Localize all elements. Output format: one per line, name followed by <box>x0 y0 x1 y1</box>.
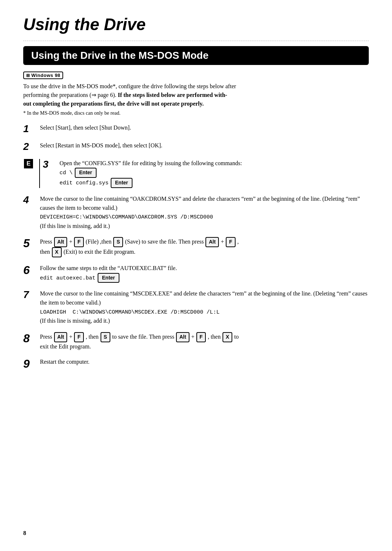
step-1-content: Select [Start], then select [Shut Down]. <box>40 123 369 132</box>
enter-btn-1: Enter <box>75 168 97 178</box>
s-key-1: S <box>113 237 123 247</box>
alt-key-4: Alt <box>176 332 189 342</box>
step-8-content: Press Alt + F , then S to save the file.… <box>40 332 369 351</box>
intro-footnote: * In the MS-DOS mode, discs can only be … <box>23 110 369 116</box>
step-3-text: Open the “CONFIG.SYS” file for editing b… <box>60 160 242 166</box>
page-title: Using the Drive <box>23 15 369 34</box>
intro-paragraph: To use the drive in the MS-DOS mode*, co… <box>23 82 369 108</box>
step-4-number: 4 <box>23 195 37 206</box>
step-4-text: Move the cursor to the line containing “… <box>40 196 360 211</box>
alt-key-3: Alt <box>54 332 68 342</box>
windows-badge: Windows 98 <box>23 72 63 79</box>
intro-bold1: If the steps listed below are performed … <box>23 92 227 107</box>
step-9: 9 Restart the computer. <box>23 358 369 370</box>
step-6-content: Follow the same steps to edit the “AUTOE… <box>40 264 369 283</box>
step-9-content: Restart the computer. <box>40 358 369 367</box>
step-1-text: Select [Start], then select [Shut Down]. <box>40 125 131 131</box>
step-3: E 3 Open the “CONFIG.SYS” file for editi… <box>39 159 369 188</box>
step-3-number: 3 <box>43 159 57 170</box>
step-1-number: 1 <box>23 123 37 135</box>
step-5-content: Press Alt + F (File) ,then S (Save) to s… <box>40 237 369 257</box>
step-4-content: Move the cursor to the line containing “… <box>40 195 369 231</box>
e-marker: E <box>24 159 33 168</box>
f-key-1: F <box>74 237 84 247</box>
intro-line2: performing the preparations (⇒ page 6). … <box>23 92 227 107</box>
step-2: 2 Select [Restart in MS-DOS mode], then … <box>23 141 369 152</box>
alt-key-2: Alt <box>205 237 219 247</box>
step-6-number: 6 <box>23 264 37 277</box>
step-1: 1 Select [Start], then select [Shut Down… <box>23 123 369 135</box>
step-2-number: 2 <box>23 141 37 152</box>
intro-line1: To use the drive in the MS-DOS mode*, co… <box>23 83 236 89</box>
step-2-text: Select [Restart in MS-DOS mode], then se… <box>40 142 162 148</box>
step-3-content: Open the “CONFIG.SYS” file for editing b… <box>60 159 369 188</box>
step-3-code2: edit config.sys <box>60 180 109 186</box>
f-key-3: F <box>74 332 84 342</box>
step-7-content: Move the cursor to the line containing “… <box>40 289 369 326</box>
section-header: Using the Drive in the MS-DOS Mode <box>23 46 369 65</box>
step-8-number: 8 <box>23 332 37 345</box>
step-6: 6 Follow the same steps to edit the “AUT… <box>23 264 369 283</box>
alt-key-1: Alt <box>54 237 68 247</box>
f-key-4: F <box>196 332 206 342</box>
enter-btn-3: Enter <box>98 273 119 283</box>
divider <box>23 41 369 41</box>
step-7-footnote: (If this line is missing, add it.) <box>40 318 110 324</box>
steps-container: 1 Select [Start], then select [Shut Down… <box>23 123 369 371</box>
step-7-number: 7 <box>23 289 37 301</box>
step-4-code: DEVICEHIGH=C:\WINDOWS\COMMAND\OAKCDROM.S… <box>40 214 213 220</box>
step-9-number: 9 <box>23 358 37 370</box>
step-5-number: 5 <box>23 237 37 250</box>
step-4: 4 Move the cursor to the line containing… <box>23 195 369 231</box>
x-key-1: X <box>52 247 62 257</box>
step-8: 8 Press Alt + F , then S to save the fil… <box>23 332 369 351</box>
step-3-code1: cd \ <box>60 170 73 176</box>
step-6-code: edit autoexec.bat <box>40 275 95 281</box>
step-2-content: Select [Restart in MS-DOS mode], then se… <box>40 141 369 150</box>
step-7: 7 Move the cursor to the line containing… <box>23 289 369 326</box>
x-key-2: X <box>222 332 232 342</box>
step-7-code: LOADHIGH C:\WINDOWS\COMMAND\MSCDEX.EXE /… <box>40 309 220 315</box>
f-key-2: F <box>226 237 236 247</box>
page-number: 8 <box>23 530 26 536</box>
s-key-2: S <box>101 332 110 342</box>
step-9-text: Restart the computer. <box>40 359 89 365</box>
step-4-footnote: (If this line is missing, add it.) <box>40 223 110 229</box>
enter-btn-2: Enter <box>111 178 132 188</box>
step-5: 5 Press Alt + F (File) ,then S (Save) to… <box>23 237 369 257</box>
